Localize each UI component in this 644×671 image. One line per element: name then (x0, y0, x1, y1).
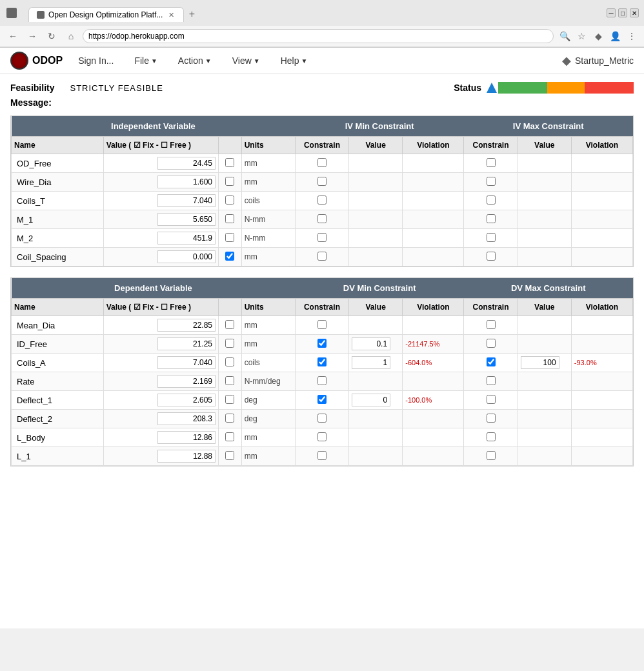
fix-checkbox[interactable] (225, 158, 234, 167)
search-icon[interactable]: 🔍 (558, 29, 572, 43)
min-constrain-checkbox[interactable] (317, 177, 327, 186)
value-input[interactable] (157, 450, 216, 463)
max-violation (571, 173, 632, 192)
value-input[interactable] (157, 194, 216, 207)
max-constrain-checkbox[interactable] (487, 233, 496, 242)
nav-action[interactable]: Action ▼ (173, 53, 217, 68)
min-value-input[interactable] (352, 337, 390, 350)
row-name: OD_Free (12, 154, 104, 173)
value-input[interactable] (157, 431, 216, 444)
min-constrain-checkbox[interactable] (317, 339, 327, 348)
fix-checkbox[interactable] (225, 395, 234, 404)
fix-checkbox[interactable] (225, 252, 234, 261)
value-input[interactable] (157, 319, 216, 332)
min-constrain-checkbox[interactable] (317, 376, 327, 385)
min-constrain-checkbox[interactable] (317, 414, 327, 423)
dv-col-max-value: Value (518, 299, 571, 316)
message-label: Message: (10, 97, 52, 108)
max-constrain-checkbox[interactable] (487, 195, 496, 205)
min-constrain-checkbox[interactable] (317, 395, 327, 404)
value-input[interactable] (157, 375, 216, 388)
min-constrain-checkbox[interactable] (317, 158, 327, 167)
max-violation (571, 447, 632, 466)
fix-checkbox[interactable] (225, 357, 234, 366)
fix-checkbox[interactable] (225, 233, 234, 242)
min-constrain-checkbox[interactable] (317, 214, 327, 223)
value-input[interactable] (157, 175, 216, 188)
max-constrain-checkbox[interactable] (487, 339, 496, 348)
fix-checkbox[interactable] (225, 177, 234, 186)
min-constrain-checkbox[interactable] (317, 195, 327, 205)
maximize-btn[interactable]: □ (618, 8, 627, 17)
tab-close-btn[interactable]: ✕ (166, 10, 176, 19)
value-input[interactable] (157, 157, 216, 170)
min-constrain-checkbox[interactable] (317, 233, 327, 242)
value-input[interactable] (157, 337, 216, 350)
min-value-input[interactable] (352, 394, 390, 406)
nav-help[interactable]: Help ▼ (276, 53, 313, 68)
row-name: Coils_T (12, 192, 104, 210)
fix-checkbox[interactable] (225, 451, 234, 460)
menu-icon[interactable]: ⋮ (625, 29, 639, 43)
value-input[interactable] (157, 250, 216, 263)
max-constrain-checkbox[interactable] (487, 158, 496, 167)
row-name: ID_Free (12, 335, 104, 354)
status-bar-container (487, 82, 634, 94)
dv-header: Dependent Variable (12, 278, 296, 299)
max-value-input[interactable] (521, 356, 559, 369)
min-value-input[interactable] (352, 356, 390, 369)
max-constrain-checkbox[interactable] (487, 252, 496, 261)
min-violation (403, 447, 464, 466)
units-cell: mm (241, 447, 295, 466)
min-constrain-checkbox[interactable] (317, 357, 327, 366)
max-constrain-checkbox[interactable] (487, 432, 496, 441)
back-btn[interactable]: ← (5, 28, 21, 44)
fix-checkbox[interactable] (225, 339, 234, 348)
value-input[interactable] (157, 232, 216, 245)
reload-btn[interactable]: ↻ (44, 28, 59, 44)
close-btn[interactable]: ✕ (630, 8, 639, 17)
nav-signin[interactable]: Sign In... (73, 53, 119, 68)
dv-col-min-value: Value (349, 299, 403, 316)
max-constrain-checkbox[interactable] (487, 451, 496, 460)
max-constrain-checkbox[interactable] (487, 320, 496, 329)
fix-checkbox[interactable] (225, 432, 234, 441)
max-constrain-checkbox[interactable] (487, 177, 496, 186)
forward-btn[interactable]: → (25, 28, 40, 44)
minimize-btn[interactable]: ─ (607, 8, 616, 17)
max-constrain-checkbox[interactable] (487, 357, 496, 366)
extensions-icon[interactable]: ◆ (591, 29, 605, 43)
max-constrain-checkbox[interactable] (487, 376, 496, 385)
bookmark-icon[interactable]: ☆ (574, 29, 589, 43)
value-input[interactable] (157, 213, 216, 226)
max-constrain-checkbox[interactable] (487, 214, 496, 223)
max-constrain-checkbox[interactable] (487, 414, 496, 423)
min-constrain-checkbox[interactable] (317, 451, 327, 460)
main-content: Feasibility STRICTLY FEASIBLE Status Mes… (0, 74, 644, 485)
max-constrain-checkbox[interactable] (487, 395, 496, 404)
value-input[interactable] (157, 412, 216, 425)
account-icon[interactable]: 👤 (608, 29, 622, 43)
value-input[interactable] (157, 356, 216, 369)
iv-min-header: IV Min Constraint (295, 116, 464, 137)
min-constrain-checkbox[interactable] (317, 432, 327, 441)
table-row: Coils_Acoils-604.0%-93.0% (12, 354, 633, 372)
nav-file[interactable]: File ▼ (129, 53, 162, 68)
home-btn[interactable]: ⌂ (63, 28, 79, 44)
fix-checkbox[interactable] (225, 320, 234, 329)
max-violation (571, 335, 632, 354)
dv-col-max-violation: Violation (571, 299, 632, 316)
value-input[interactable] (157, 394, 216, 406)
nav-view[interactable]: View ▼ (227, 53, 265, 68)
active-tab[interactable]: Open Design Optimization Platf... ✕ (28, 7, 184, 22)
units-cell: deg (241, 410, 295, 428)
fix-checkbox[interactable] (225, 376, 234, 385)
address-input[interactable] (83, 29, 554, 43)
min-constrain-checkbox[interactable] (317, 252, 327, 261)
new-tab-btn[interactable]: + (184, 6, 199, 22)
fix-checkbox[interactable] (225, 214, 234, 223)
fix-checkbox[interactable] (225, 195, 234, 205)
min-constrain-checkbox[interactable] (317, 320, 327, 329)
units-cell: N-mm (241, 210, 295, 229)
fix-checkbox[interactable] (225, 414, 234, 423)
